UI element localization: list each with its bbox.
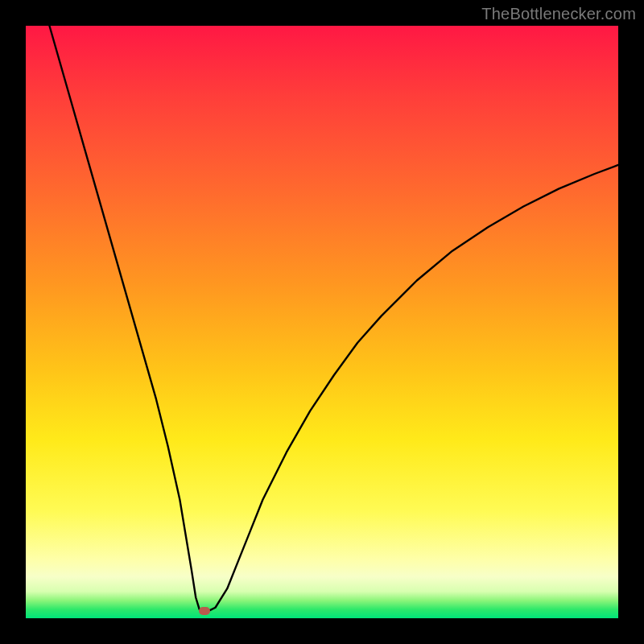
chart-frame: TheBottlenecker.com	[0, 0, 644, 644]
watermark-text: TheBottlenecker.com	[481, 5, 636, 23]
optimal-point-marker	[199, 607, 210, 615]
bottleneck-curve	[26, 26, 618, 618]
gradient-plot-area	[26, 26, 618, 618]
